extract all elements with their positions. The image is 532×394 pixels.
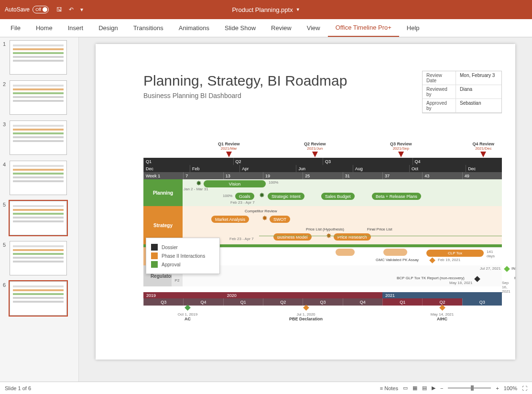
- bar-small-b[interactable]: [383, 249, 407, 256]
- lane-body-strategy: Competitor Review Market Analysis ✸ SWOT…: [183, 206, 502, 244]
- mrow-cell: Feb: [190, 165, 239, 172]
- thumbnail-pane[interactable]: 1234556: [0, 37, 79, 382]
- thumb-number: 4: [3, 161, 8, 167]
- doc-dropdown-icon[interactable]: ▼: [296, 7, 300, 12]
- year-milestone[interactable]: Jul 1, 2020PBE Declaration: [287, 306, 325, 321]
- fit-window-icon[interactable]: ⛶: [522, 385, 527, 391]
- ribbon-tab-help[interactable]: Help: [399, 19, 427, 37]
- slide-thumb[interactable]: 6: [3, 281, 76, 316]
- bar-clp-tox[interactable]: CLP Tox: [426, 250, 484, 257]
- bar-sales-budget[interactable]: Sales Budget: [321, 193, 355, 200]
- toggle-knob: [43, 7, 47, 12]
- bar-strategic-intent[interactable]: Strategic Intent: [268, 193, 304, 200]
- thumb-preview[interactable]: [10, 241, 67, 275]
- view-sorter-icon[interactable]: ▦: [413, 385, 417, 391]
- view-slideshow-icon[interactable]: ▶: [432, 385, 435, 391]
- bar-swot[interactable]: SWOT: [270, 216, 290, 223]
- slide-thumb[interactable]: 5: [3, 241, 76, 275]
- ind-label: IND: [511, 266, 515, 271]
- ribbon-tab-slide-show[interactable]: Slide Show: [217, 19, 263, 37]
- diamond-icon: [303, 305, 309, 311]
- row3-dates: Feb 23 - Apr 7: [229, 237, 254, 241]
- thumb-preview[interactable]: [10, 281, 67, 316]
- meta-value: Mon, February 3: [456, 71, 501, 85]
- autosave-toggle[interactable]: Off: [33, 6, 49, 13]
- bar-market-analysis[interactable]: Market Analysis: [211, 216, 249, 223]
- zoom-level[interactable]: 100%: [504, 385, 517, 391]
- meta-table[interactable]: Review DateMon, February 3Reviewed byDia…: [422, 71, 502, 113]
- row2-dates: Feb 23 - Apr 7: [230, 200, 255, 205]
- mrow-cell: Dec: [143, 165, 190, 172]
- ribbon-tab-home[interactable]: Home: [28, 19, 60, 37]
- triangle-icon: [398, 152, 404, 157]
- mrow-cell: Oct: [409, 165, 466, 172]
- zoom-slider[interactable]: [448, 387, 491, 389]
- quarter-milestone[interactable]: Q3 Review2021/Sep: [390, 142, 412, 157]
- bar-beta-release[interactable]: Beta + Release Plans: [372, 193, 421, 200]
- year-band[interactable]: 201920202021 Q3Q4Q1Q2Q3Q4Q1Q2Q3 Oct 1, 2…: [143, 292, 502, 334]
- undo-icon[interactable]: ↶: [69, 6, 74, 13]
- zoom-in-icon[interactable]: +: [496, 385, 499, 391]
- slide-thumb[interactable]: 2: [3, 80, 76, 115]
- view-reading-icon[interactable]: ▤: [422, 385, 427, 391]
- wrow-cell: 37: [382, 172, 422, 179]
- autosave-group: AutoSave Off: [5, 6, 49, 13]
- zoom-out-icon[interactable]: −: [440, 385, 443, 391]
- ribbon-tab-transitions[interactable]: Transitions: [126, 19, 171, 37]
- slide-area[interactable]: Planning, Strategy, BI Roadmap Business …: [79, 37, 532, 382]
- autosave-state: Off: [35, 7, 41, 12]
- triangle-icon: [480, 152, 486, 157]
- ribbon-tab-review[interactable]: Review: [263, 19, 299, 37]
- thumb-preview[interactable]: [10, 120, 67, 155]
- bar-small-a[interactable]: [336, 249, 355, 256]
- slide-thumb[interactable]: 4: [3, 161, 76, 195]
- ribbon-tab-office-timeline-pro-[interactable]: Office Timeline Pro+: [328, 19, 399, 37]
- thumb-preview[interactable]: [10, 80, 67, 115]
- year-milestone[interactable]: Oct 1, 2019AC: [169, 306, 207, 321]
- slide-subtitle[interactable]: Business Planning BI Dashboard: [143, 92, 241, 99]
- ribbon-tab-insert[interactable]: Insert: [60, 19, 91, 37]
- wrow-cell: 13: [223, 172, 263, 179]
- qrow-cell: Q1: [143, 158, 233, 165]
- legend-popup[interactable]: DossierPhase II InteractionsApproval: [146, 238, 220, 274]
- row2-pct: 100%: [223, 194, 232, 198]
- milestone-star-icon: ✸: [259, 191, 265, 199]
- fpi-date: Sep 16, 2021: [502, 281, 510, 294]
- lane-planning: Planning Jan 2 - Mar 31 ✸ Vision 100% 10…: [143, 179, 502, 206]
- qat-more-icon[interactable]: ▾: [80, 6, 83, 13]
- bar-price-research[interactable]: Price Research: [334, 233, 371, 241]
- year-milestones: Oct 1, 2019ACJul 1, 2020PBE DeclarationM…: [143, 306, 502, 334]
- quarter-milestone[interactable]: Q1 Review2021/Mar: [218, 142, 240, 157]
- thumb-preview[interactable]: [10, 201, 67, 235]
- slide-canvas[interactable]: Planning, Strategy, BI Roadmap Business …: [96, 44, 515, 360]
- save-icon[interactable]: 🖫: [56, 6, 62, 13]
- thumb-number: 6: [3, 281, 8, 288]
- ribbon-tab-animations[interactable]: Animations: [171, 19, 217, 37]
- lane-body-planning: Jan 2 - Mar 31 ✸ Vision 100% 100% Goals …: [183, 179, 502, 206]
- slide-thumb[interactable]: 5: [3, 201, 76, 235]
- bar-business-model[interactable]: Business Model: [273, 233, 312, 241]
- bar-goals[interactable]: Goals: [235, 193, 254, 200]
- slide-thumb[interactable]: 3: [3, 120, 76, 155]
- slide-title[interactable]: Planning, Strategy, BI Roadmap: [143, 73, 347, 89]
- yq-cell: Q1: [223, 298, 263, 306]
- slide-thumb[interactable]: 1: [3, 40, 76, 75]
- price-list-label: Price List (Hypothesis): [306, 227, 344, 231]
- title-bar: AutoSave Off 🖫 ↶ ▾ Product Planning.pptx…: [0, 0, 532, 19]
- year-milestone[interactable]: May 14, 2021AIHC: [423, 306, 461, 321]
- view-normal-icon[interactable]: ▭: [403, 385, 408, 391]
- meta-key: Review Date: [423, 71, 456, 85]
- gmc-date: Feb 19, 2021: [438, 258, 460, 262]
- notes-button[interactable]: ≡ Notes: [380, 385, 398, 391]
- slider-knob[interactable]: [471, 385, 474, 391]
- ribbon-tab-design[interactable]: Design: [91, 19, 125, 37]
- quarter-milestone[interactable]: Q2 Review2021/Jun: [304, 142, 326, 157]
- yq-cell: Q2: [263, 298, 303, 306]
- thumb-preview[interactable]: [10, 161, 67, 195]
- thumb-preview[interactable]: [10, 40, 67, 75]
- wrow-cell: 7: [183, 172, 223, 179]
- ribbon-tab-view[interactable]: View: [299, 19, 328, 37]
- quarter-milestone[interactable]: Q4 Review2021/Dec: [473, 142, 495, 157]
- ribbon-tab-file[interactable]: File: [3, 19, 28, 37]
- bar-vision[interactable]: Vision: [204, 180, 266, 187]
